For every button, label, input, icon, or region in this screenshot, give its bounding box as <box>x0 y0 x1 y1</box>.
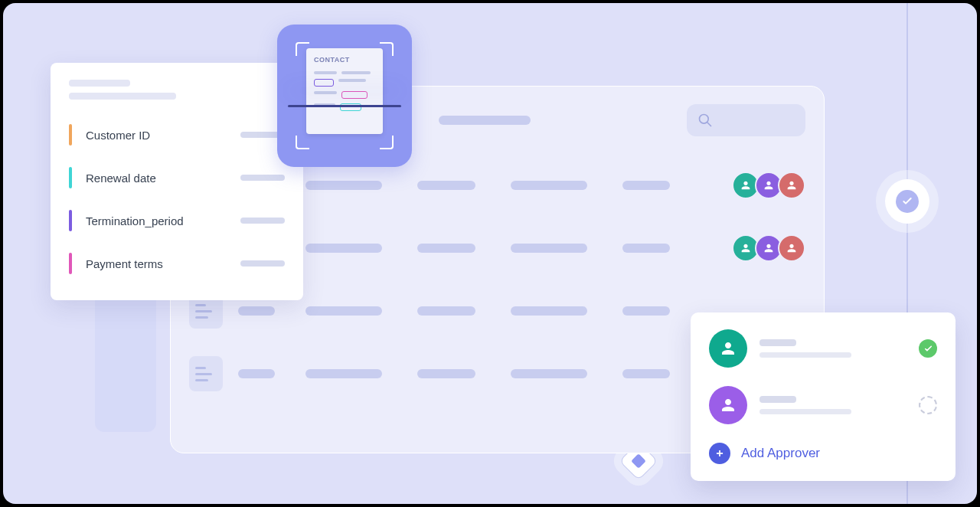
status-approved-icon <box>919 339 937 358</box>
check-circle-icon <box>896 190 919 213</box>
document-scanner-badge: CONTACT <box>277 25 412 167</box>
approver-avatar <box>709 329 747 368</box>
approver-subtitle-placeholder <box>760 352 851 358</box>
search-icon <box>697 113 713 128</box>
metadata-row[interactable]: Termination_period <box>69 199 285 242</box>
add-approver-button[interactable]: Add Approver <box>709 443 937 464</box>
color-bar <box>69 210 72 231</box>
row-avatars <box>737 234 805 262</box>
metadata-row[interactable]: Payment terms <box>69 242 285 285</box>
search-input[interactable] <box>687 104 805 136</box>
approver-row[interactable] <box>709 386 937 424</box>
header-placeholder <box>439 116 531 125</box>
timeline-check-node <box>885 179 929 224</box>
doc-type-label: CONTACT <box>314 56 375 64</box>
field-value-placeholder <box>240 260 285 267</box>
field-label: Customer ID <box>86 129 240 142</box>
scan-corner <box>380 136 394 149</box>
avatar-icon[interactable] <box>778 234 805 262</box>
field-value-placeholder <box>240 175 285 181</box>
field-label: Payment terms <box>86 257 240 270</box>
approver-panel: Add Approver <box>691 312 956 481</box>
approver-row[interactable] <box>709 329 937 368</box>
plus-icon <box>709 443 730 464</box>
panel-subtitle-placeholder <box>69 93 176 100</box>
status-pending-icon <box>919 396 937 414</box>
metadata-row[interactable]: Renewal date <box>69 156 285 199</box>
scanned-document: CONTACT <box>306 48 383 134</box>
metadata-row[interactable]: Customer ID <box>69 113 285 156</box>
color-bar <box>69 124 72 146</box>
approver-name-placeholder <box>760 396 796 403</box>
add-approver-label: Add Approver <box>741 446 820 461</box>
field-value-placeholder <box>240 218 285 224</box>
panel-title-placeholder <box>69 80 130 87</box>
approver-subtitle-placeholder <box>760 409 851 414</box>
doc-thumbnail <box>189 356 223 391</box>
approver-name-placeholder <box>760 339 796 346</box>
field-label: Termination_period <box>86 214 240 227</box>
scan-corner <box>296 136 309 149</box>
approver-avatar <box>709 386 747 424</box>
metadata-panel: Customer ID Renewal date Termination_per… <box>51 63 303 300</box>
color-bar <box>69 253 72 274</box>
color-bar <box>69 167 72 188</box>
scan-line <box>288 105 401 107</box>
avatar-icon[interactable] <box>778 172 805 199</box>
field-label: Renewal date <box>86 172 240 185</box>
canvas: Customer ID Renewal date Termination_per… <box>3 3 977 504</box>
row-avatars <box>737 172 805 199</box>
svg-line-1 <box>707 123 711 126</box>
